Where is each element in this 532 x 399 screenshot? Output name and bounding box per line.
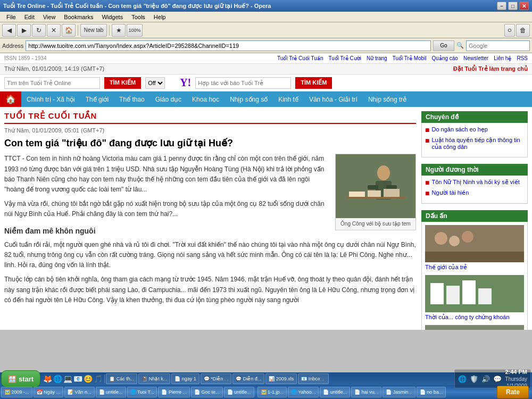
address-input[interactable] bbox=[26, 40, 431, 51]
taskbar-btn-cac-th[interactable]: 📋 Các th... bbox=[106, 373, 137, 384]
taskbar-btn-untitle3[interactable]: 📄 untitle... bbox=[320, 387, 350, 397]
taskbar-btn-van[interactable]: 📝 Văn n... bbox=[64, 387, 95, 397]
maximize-button[interactable]: □ bbox=[508, 2, 518, 10]
nav-home-icon[interactable]: 🏠 bbox=[0, 92, 21, 107]
rate-button[interactable]: Rate bbox=[497, 386, 529, 398]
taskbar-btn-haivu[interactable]: 📄 hai vu... bbox=[351, 387, 381, 397]
ql-email[interactable]: 📧 bbox=[73, 375, 82, 383]
forward-button[interactable]: ▶ bbox=[17, 24, 31, 37]
partner-search-button[interactable]: TÌM KIẾM bbox=[295, 77, 332, 89]
taskbar-row2-extra: 🖼️ 1-1.jp... 🌐 Yahoo... 📄 untitle... 📄 h… bbox=[257, 387, 446, 397]
taskbar-btn-goete[interactable]: 📄 Goc te... bbox=[191, 387, 223, 397]
nguoi-duong-thoi-box: Người đương thời ■ Tôn Nữ Thị Ninh và hồ… bbox=[421, 164, 528, 204]
go-button[interactable]: Go bbox=[433, 40, 454, 51]
menu-tools[interactable]: Tools bbox=[127, 13, 149, 21]
menu-widgets[interactable]: Widgets bbox=[97, 13, 127, 21]
ql-face[interactable]: 😊 bbox=[84, 375, 93, 383]
nav-newsletter[interactable]: Newsletter bbox=[463, 55, 488, 61]
site-search-button[interactable]: TÌM KIẾM bbox=[104, 77, 141, 89]
person-item-2[interactable]: ■ Người tài hiền bbox=[425, 189, 524, 197]
site-info-bar: Thứ Năm, 01/01/2009, 14:19 (GMT+7) Đặt T… bbox=[0, 64, 532, 74]
article-date: Thứ Năm, 01/01/2009, 05:01 (GMT+7) bbox=[4, 127, 416, 134]
taskbar-btn-dien1[interactable]: 💬 *Diễn ... bbox=[201, 373, 232, 384]
svg-rect-4 bbox=[386, 185, 397, 189]
chuyen-de-item-2[interactable]: ■ Luật hóa quyền tiếp cận thông tin của … bbox=[425, 137, 524, 151]
nav-kinh-te[interactable]: Kinh tế bbox=[273, 93, 304, 106]
ql-computer[interactable]: 💻 bbox=[63, 375, 72, 383]
nav-khoa-hoc[interactable]: Khoa học bbox=[187, 93, 225, 106]
nav-nhip-song[interactable]: Nhịp sống số bbox=[225, 93, 273, 106]
opera-button[interactable]: O bbox=[504, 24, 515, 37]
taskbar-btn-tuoit[interactable]: 🌐 Tuoi T... bbox=[127, 387, 157, 397]
svg-rect-7 bbox=[368, 190, 381, 197]
nav-giao-duc[interactable]: Giáo dục bbox=[150, 93, 187, 106]
chuyen-de-item-2-label: Luật hóa quyền tiếp cận thông tin của cô… bbox=[431, 137, 524, 151]
taskbar-btn-untitle1[interactable]: 📄 untitle... bbox=[96, 387, 126, 397]
partner-search-input[interactable] bbox=[195, 77, 291, 89]
nav-the-gioi[interactable]: Thế giới bbox=[80, 93, 114, 106]
trash-button[interactable]: 🗑 bbox=[516, 24, 530, 37]
menu-view[interactable]: View bbox=[39, 13, 60, 21]
menu-edit[interactable]: Edit bbox=[20, 13, 39, 21]
back-button[interactable]: ◀ bbox=[2, 24, 16, 37]
nav-cuoi-tuan[interactable]: Tuổi Trẻ Cuối Tuần bbox=[277, 55, 323, 61]
nav-mobil[interactable]: Tuổi Trẻ Mobil bbox=[393, 55, 427, 61]
menu-bookmarks[interactable]: Bookmarks bbox=[60, 13, 97, 21]
bookmark-button[interactable]: ★ bbox=[112, 24, 126, 37]
nav-cuoi[interactable]: Tuổi Trẻ Cười bbox=[328, 55, 361, 61]
nav-the-thao[interactable]: Thể thao bbox=[114, 93, 150, 106]
site-search-input[interactable] bbox=[4, 77, 100, 89]
dau-an-item-3[interactable]: Chủ nghĩa bè phái trong Nhà Trắng bbox=[425, 325, 524, 330]
set-homepage-link[interactable]: Đặt Tuổi Trẻ làm trang chủ bbox=[453, 65, 528, 72]
ql-browser[interactable]: 🌐 bbox=[53, 375, 62, 383]
nav-lien-he[interactable]: Liên hệ bbox=[494, 55, 511, 61]
taskbar-btn-untitle2[interactable]: 📄 untitle... bbox=[224, 387, 254, 397]
menu-file[interactable]: File bbox=[2, 13, 20, 21]
ql-firefox[interactable]: 🦊 bbox=[43, 375, 52, 383]
taskbar-btn-dien2[interactable]: 💬 Diễn đ... bbox=[232, 373, 264, 384]
dau-an-label-1[interactable]: Thế giới của trẻ bbox=[425, 264, 524, 271]
window-controls: – □ ✕ bbox=[497, 2, 529, 10]
nav-chinh-tri[interactable]: Chính trị - Xã hội bbox=[21, 93, 80, 106]
chuyen-de-item-1[interactable]: ■ Do ngân sách eo hẹp bbox=[425, 126, 524, 134]
home-button[interactable]: 🏠 bbox=[62, 24, 76, 37]
search-dropdown[interactable]: Off On bbox=[145, 77, 165, 89]
new-tab-button[interactable]: New tab bbox=[80, 24, 107, 37]
nav-nu-trang[interactable]: Nữ trang bbox=[367, 55, 387, 61]
nav-quang-cao[interactable]: Quảng cáo bbox=[432, 55, 458, 61]
chuyen-de-item-1-label: Do ngân sách eo hẹp bbox=[431, 126, 487, 133]
taskbar-btn-jasmin[interactable]: 📄 Jasmin... bbox=[383, 387, 415, 397]
dau-an-thumb-3 bbox=[425, 325, 524, 330]
nav-rss[interactable]: RSS bbox=[517, 55, 528, 61]
sidebar-dot-2: ■ bbox=[425, 137, 429, 144]
taskbar-btn-2009xls[interactable]: 📊 2009.xls bbox=[265, 373, 297, 384]
reload-button[interactable]: ↻ bbox=[32, 24, 46, 37]
start-button[interactable]: 🪟 start bbox=[1, 370, 40, 387]
yahoo-logo: Y! bbox=[180, 77, 191, 89]
taskbar-btn-2009[interactable]: 🖼️ 2009 -... bbox=[1, 387, 32, 397]
dau-an-label-2[interactable]: Thời của... công ty chứng khoán bbox=[425, 314, 524, 321]
menu-help[interactable]: Help bbox=[149, 13, 170, 21]
ql-music[interactable]: 🎵 bbox=[94, 375, 103, 383]
taskbar-btn-ngay[interactable]: 📅 Ngày ... bbox=[34, 387, 64, 397]
zoom-button[interactable]: 100% bbox=[127, 24, 143, 37]
taskbar-btn-nhat-k[interactable]: 📓 Nhật k... bbox=[138, 373, 170, 384]
person-item-1[interactable]: ■ Tôn Nữ Thị Ninh và hồi ký sẽ viết bbox=[425, 179, 524, 186]
search-input[interactable] bbox=[466, 40, 530, 51]
minimize-button[interactable]: – bbox=[497, 2, 506, 10]
taskbar-btn-noba[interactable]: 📄 no ba... bbox=[417, 387, 446, 397]
close-button[interactable]: ✕ bbox=[519, 2, 529, 10]
nav-van-hoa[interactable]: Văn hóa - Giải trí bbox=[304, 93, 363, 106]
taskbar-btn-ngay1[interactable]: 📄 ngay 1 bbox=[171, 373, 200, 384]
dau-an-item-2[interactable]: Thời của... công ty chứng khoán bbox=[425, 275, 524, 321]
nav-nhip-song-tre[interactable]: Nhịp sống trẻ bbox=[363, 93, 412, 106]
main-nav: 🏠 Chính trị - Xã hội Thế giới Thể thao G… bbox=[0, 92, 532, 107]
dau-an-title: Dấu ấn bbox=[421, 210, 528, 222]
dau-an-thumb-2 bbox=[425, 275, 524, 312]
taskbar-btn-yahoo[interactable]: 🌐 Yahoo... bbox=[288, 387, 319, 397]
stop-button[interactable]: ✕ bbox=[47, 24, 61, 37]
dau-an-item-1[interactable]: Thế giới của trẻ bbox=[425, 225, 524, 271]
taskbar-btn-inbox[interactable]: 📧 Inbox ... bbox=[298, 373, 329, 384]
taskbar-btn-pierre[interactable]: 📄 Pierre ... bbox=[158, 387, 190, 397]
taskbar-btn-1jp[interactable]: 🖼️ 1-1.jp... bbox=[257, 387, 287, 397]
